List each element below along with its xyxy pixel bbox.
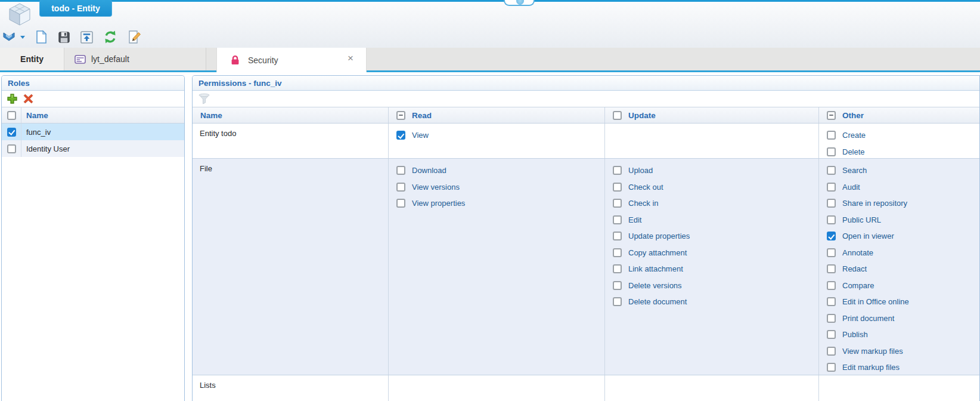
- permission-item[interactable]: Compare: [819, 277, 979, 294]
- permission-item[interactable]: Create: [819, 127, 979, 144]
- permission-checkbox[interactable]: [613, 166, 622, 175]
- permission-checkbox[interactable]: [827, 314, 836, 323]
- save-button[interactable]: [55, 29, 73, 45]
- permission-checkbox[interactable]: [827, 330, 836, 339]
- permission-checkbox[interactable]: [613, 215, 622, 224]
- tab-entity[interactable]: Entity: [0, 48, 64, 70]
- filter-icon-disabled: [198, 93, 210, 105]
- permission-item[interactable]: Delete document: [605, 294, 818, 310]
- permission-item[interactable]: Annotate: [819, 245, 979, 261]
- import-button[interactable]: [77, 29, 95, 45]
- permission-label: Upload: [628, 166, 653, 175]
- permission-checkbox[interactable]: [827, 232, 836, 240]
- permission-item[interactable]: View markup files: [819, 343, 979, 360]
- permission-item[interactable]: Check in: [605, 195, 818, 212]
- main-toolbar: [0, 27, 143, 47]
- tab-close-icon[interactable]: ×: [345, 53, 356, 64]
- content-area: Roles Name func_ivIdentity User Permissi…: [0, 72, 980, 401]
- permission-item[interactable]: Public URL: [819, 212, 979, 229]
- app-title-tab[interactable]: todo - Entity: [39, 0, 112, 17]
- select-all-roles-checkbox[interactable]: [7, 111, 16, 120]
- application-window: todo - Entity: [0, 0, 980, 401]
- permission-item[interactable]: Edit in Office online: [819, 294, 979, 310]
- permission-row: Lists: [193, 375, 979, 401]
- permission-checkbox[interactable]: [613, 232, 622, 240]
- column-select-checkbox[interactable]: [613, 111, 622, 120]
- collapse-dot-icon: [516, 0, 524, 5]
- permission-item[interactable]: Check out: [605, 179, 818, 196]
- permission-item[interactable]: Search: [819, 162, 979, 179]
- permission-checkbox[interactable]: [827, 131, 836, 140]
- permission-item[interactable]: Open in viewer: [819, 228, 979, 245]
- permission-checkbox[interactable]: [396, 199, 405, 208]
- permission-checkbox[interactable]: [613, 248, 622, 257]
- permission-label: View properties: [412, 199, 465, 208]
- navigate-button[interactable]: [0, 29, 18, 45]
- permission-item[interactable]: Share in repository: [819, 195, 979, 212]
- permissions-table-body: Entity todoViewCreateDeleteFileDownloadV…: [193, 124, 979, 401]
- permission-label: Copy attachment: [628, 248, 687, 257]
- permission-checkbox[interactable]: [827, 183, 836, 192]
- ribbon-collapse-handle[interactable]: [504, 0, 535, 6]
- permission-checkbox[interactable]: [827, 297, 836, 306]
- permission-checkbox[interactable]: [827, 248, 836, 257]
- permission-checkbox[interactable]: [827, 347, 836, 356]
- column-select-checkbox[interactable]: [827, 111, 836, 120]
- permission-checkbox[interactable]: [613, 183, 622, 192]
- permission-label: Create: [842, 131, 866, 140]
- refresh-button[interactable]: [101, 29, 119, 45]
- role-checkbox[interactable]: [7, 144, 16, 153]
- permission-checkbox[interactable]: [827, 166, 836, 175]
- permission-checkbox[interactable]: [827, 363, 836, 372]
- column-header-label: Read: [412, 111, 432, 120]
- permission-item[interactable]: Download: [389, 162, 604, 179]
- permission-item[interactable]: Edit markup files: [819, 359, 979, 375]
- column-header-read: Read: [389, 107, 605, 123]
- permission-checkbox[interactable]: [827, 264, 836, 273]
- permission-item[interactable]: View: [389, 127, 604, 144]
- permission-item[interactable]: Edit: [605, 212, 818, 229]
- permission-checkbox[interactable]: [613, 264, 622, 273]
- permission-item[interactable]: Link attachment: [605, 261, 818, 277]
- tab-security[interactable]: Security ×: [216, 48, 367, 72]
- permission-checkbox[interactable]: [827, 215, 836, 224]
- permission-item[interactable]: Copy attachment: [605, 245, 818, 261]
- permission-item[interactable]: Audit: [819, 179, 979, 196]
- navigate-dropdown-button[interactable]: [18, 29, 27, 45]
- permission-item[interactable]: Publish: [819, 326, 979, 343]
- permission-checkbox[interactable]: [827, 199, 836, 208]
- roles-toolbar: [2, 91, 184, 107]
- refresh-icon: [103, 30, 117, 44]
- roles-row[interactable]: Identity User: [2, 140, 184, 157]
- permission-label: Check in: [628, 199, 659, 208]
- permission-checkbox[interactable]: [396, 131, 405, 140]
- permission-checkbox[interactable]: [396, 183, 405, 192]
- permission-checkbox[interactable]: [613, 297, 622, 306]
- permission-item[interactable]: View properties: [389, 195, 604, 212]
- permission-item[interactable]: Print document: [819, 310, 979, 327]
- edit-button[interactable]: [125, 29, 143, 45]
- delete-role-icon[interactable]: [23, 94, 33, 104]
- permission-checkbox[interactable]: [613, 199, 622, 208]
- role-checkbox[interactable]: [7, 128, 16, 137]
- tab-lyt-default[interactable]: lyt_default: [64, 48, 206, 70]
- permission-checkbox[interactable]: [827, 147, 836, 156]
- permission-checkbox[interactable]: [827, 281, 836, 290]
- permission-checkbox[interactable]: [396, 166, 405, 175]
- permission-label: Update properties: [628, 232, 690, 240]
- roles-row[interactable]: func_iv: [2, 124, 184, 140]
- permission-item[interactable]: View versions: [389, 179, 604, 196]
- permission-read-cell: [389, 375, 605, 401]
- permission-read-cell: DownloadView versionsView properties: [389, 159, 605, 375]
- column-select-checkbox[interactable]: [396, 111, 405, 120]
- add-role-icon[interactable]: [7, 94, 17, 104]
- permission-label: View: [412, 131, 429, 140]
- permission-item[interactable]: Upload: [605, 162, 818, 179]
- permission-item[interactable]: Redact: [819, 261, 979, 277]
- new-document-button[interactable]: [32, 29, 50, 45]
- permission-item[interactable]: Delete: [819, 144, 979, 159]
- permission-item[interactable]: Update properties: [605, 228, 818, 245]
- permission-checkbox[interactable]: [613, 281, 622, 290]
- permission-other-cell: [819, 375, 979, 401]
- permission-item[interactable]: Delete versions: [605, 277, 818, 294]
